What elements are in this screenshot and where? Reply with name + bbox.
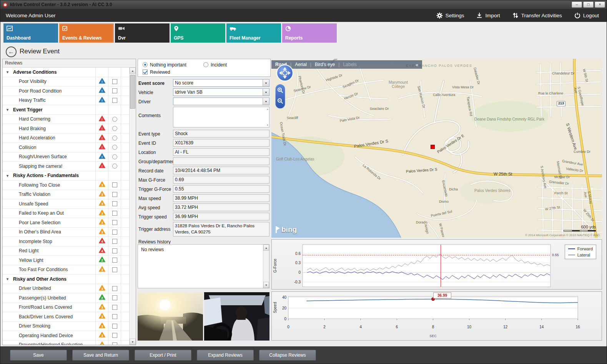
review-item-row[interactable]: Passenger(s) Unbelted2 xyxy=(3,293,129,303)
review-item-row[interactable]: Driver Unbelted3 xyxy=(3,284,129,294)
scroll-down-icon[interactable]: ▼ xyxy=(263,282,269,288)
review-item-row[interactable]: Yellow Light2 xyxy=(3,256,129,265)
scroll-up-icon[interactable]: ▲ xyxy=(130,68,136,74)
close-button[interactable]: × xyxy=(595,2,605,8)
menu-item-logout[interactable]: Logout xyxy=(574,12,599,18)
review-item-row[interactable]: Operating Handled Device3 xyxy=(3,331,129,341)
map-collapse-button[interactable]: « xyxy=(416,62,418,68)
tab-gps[interactable]: GPS xyxy=(171,23,225,43)
review-checkbox[interactable] xyxy=(112,201,117,206)
review-item-row[interactable]: Unsafe Speed3 xyxy=(3,199,129,209)
review-item-row[interactable]: Following Too Close3 xyxy=(3,180,129,190)
review-checkbox[interactable] xyxy=(112,79,117,84)
review-item-row[interactable]: Poor Visibility! xyxy=(3,77,129,87)
review-checkbox[interactable] xyxy=(112,211,117,216)
expand-reviews-button[interactable]: Expand Reviews xyxy=(197,350,254,361)
zoom-in-button[interactable] xyxy=(277,87,283,95)
review-item-row[interactable]: Driver Smoking3 xyxy=(3,322,129,331)
record-date-field[interactable]: 10/4/2014 4:48:54 PM xyxy=(173,167,269,174)
map-view-aerial[interactable]: Aerial xyxy=(295,62,307,67)
review-checkbox[interactable] xyxy=(112,267,117,272)
review-item-row[interactable]: In Other's Blind Area3 xyxy=(3,228,129,237)
avg-speed-field[interactable]: 33.72 MPH xyxy=(173,204,269,211)
scroll-down-icon[interactable]: ▼ xyxy=(266,124,269,126)
trigger-address-field[interactable]: 31828 Palos Verdes Dr E, Rancho Palos Ve… xyxy=(173,222,269,237)
review-item-row[interactable]: Back/Driver Lens Covered3 xyxy=(3,312,129,322)
review-checkbox[interactable] xyxy=(112,192,117,197)
tab-dashboard[interactable]: Dashboard xyxy=(3,23,58,43)
scroll-down-icon[interactable]: ▼ xyxy=(130,339,136,345)
review-group-row[interactable]: ▾Event Trigger xyxy=(3,105,129,115)
reviews-scrollbar[interactable]: ▲ ▼ xyxy=(129,68,136,345)
review-item-row[interactable]: Hard Braking! xyxy=(3,124,129,134)
review-item-row[interactable]: Rough/Uneven Surface! xyxy=(3,152,129,162)
review-item-row[interactable]: Poor Lane Selection3 xyxy=(3,218,129,228)
review-checkbox[interactable] xyxy=(112,98,117,103)
collapse-arrow-icon[interactable]: ▾ xyxy=(7,174,10,178)
review-item-row[interactable]: Traffic Violation3 xyxy=(3,190,129,200)
reviews-history-list[interactable]: No reviews ▲ ▼ xyxy=(138,244,269,288)
review-group-row[interactable]: ▾Adverse Conditions xyxy=(3,68,129,77)
event-score-select[interactable]: No score▼ xyxy=(173,79,269,87)
max-g-force-field[interactable]: 0.69 xyxy=(173,176,269,184)
back-button[interactable]: ← xyxy=(6,46,17,57)
cabin-camera-video[interactable] xyxy=(204,292,269,341)
review-item-row[interactable]: Prevented/Hindered Evaluation3 xyxy=(3,341,129,345)
map-view-bird-s-eye[interactable]: Bird's eye xyxy=(315,62,335,67)
nothing-important-radio[interactable] xyxy=(143,62,148,67)
driver-select[interactable]: ▼ xyxy=(173,98,269,105)
scroll-up-icon[interactable]: ▲ xyxy=(266,108,269,110)
review-checkbox[interactable] xyxy=(112,324,117,329)
chevron-down-icon[interactable]: ▼ xyxy=(263,98,269,105)
save-button[interactable]: Save xyxy=(10,350,67,361)
trigger-speed-field[interactable]: 36.99 MPH xyxy=(173,213,269,220)
review-checkbox[interactable] xyxy=(112,230,117,235)
collapse-arrow-icon[interactable]: ▾ xyxy=(7,277,10,281)
scroll-up-icon[interactable]: ▲ xyxy=(263,245,269,251)
event-id-field[interactable]: X017639 xyxy=(173,139,269,147)
review-item-row[interactable]: Too Fast For Conditions3 xyxy=(3,265,129,275)
review-item-row[interactable]: Front/Road Lens Covered3 xyxy=(3,303,129,313)
review-item-row[interactable]: Failed to Keep an Out3 xyxy=(3,209,129,218)
incident-radio[interactable] xyxy=(203,62,208,67)
review-checkbox[interactable] xyxy=(112,88,117,93)
review-checkbox[interactable] xyxy=(112,239,117,244)
menu-item-transfer-activities[interactable]: Transfer Activities xyxy=(512,12,562,18)
review-item-row[interactable]: Red Light4 xyxy=(3,247,129,256)
minimize-button[interactable]: – xyxy=(572,2,582,8)
history-scrollbar[interactable]: ▲ ▼ xyxy=(263,245,269,288)
review-checkbox[interactable] xyxy=(112,314,117,319)
export-print-button[interactable]: Export / Print xyxy=(135,350,191,361)
review-checkbox[interactable] xyxy=(112,220,117,225)
review-checkbox[interactable] xyxy=(112,182,117,187)
chevron-down-icon[interactable]: ▼ xyxy=(263,89,269,96)
review-checkbox[interactable] xyxy=(112,286,117,291)
review-radio[interactable] xyxy=(112,117,117,122)
collapse-arrow-icon[interactable]: ▾ xyxy=(7,108,10,112)
tab-dvr[interactable]: Dvr xyxy=(115,23,170,43)
event-location-marker[interactable] xyxy=(431,145,435,149)
tab-reports[interactable]: Reports xyxy=(282,23,337,43)
review-radio[interactable] xyxy=(112,145,117,150)
review-checkbox[interactable] xyxy=(112,258,117,263)
review-radio[interactable] xyxy=(112,126,117,131)
comments-textarea[interactable]: ▲▼ xyxy=(173,107,269,127)
review-checkbox[interactable] xyxy=(112,248,117,253)
review-group-row[interactable]: ▾Risky Actions - Fundamentals xyxy=(3,171,129,181)
review-item-row[interactable]: Hard Acceleration! xyxy=(3,134,129,143)
tab-events-reviews[interactable]: Events & Reviews xyxy=(59,23,114,43)
review-item-row[interactable]: Incomplete Stop4 xyxy=(3,237,129,247)
max-speed-field[interactable]: 38.99 MPH xyxy=(173,194,269,202)
vehicle-select[interactable]: idrive Van SB▼ xyxy=(173,88,269,96)
review-item-row[interactable]: Collision! xyxy=(3,143,129,152)
review-checkbox[interactable] xyxy=(112,342,117,345)
review-checkbox[interactable] xyxy=(112,295,117,300)
review-item-row[interactable]: Hard Cornering! xyxy=(3,115,129,124)
tab-fleet-manager[interactable]: Fleet Manager xyxy=(226,23,281,43)
group-department-field[interactable] xyxy=(173,157,269,165)
review-group-row[interactable]: ▾Risky and Other Actions xyxy=(3,275,129,284)
collapse-arrow-icon[interactable]: ▾ xyxy=(7,70,10,74)
review-checkbox[interactable] xyxy=(112,305,117,310)
menu-item-import[interactable]: Import xyxy=(476,12,500,18)
event-type-field[interactable]: Shock xyxy=(173,130,269,137)
